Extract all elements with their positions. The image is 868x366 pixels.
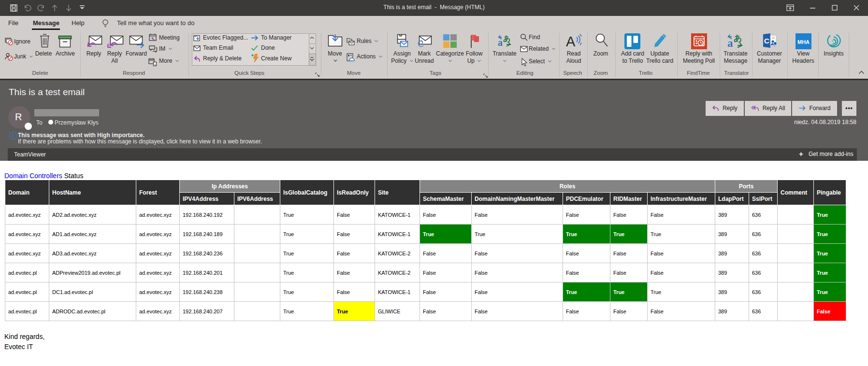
svg-text:MHA: MHA — [797, 39, 810, 45]
svg-text:A: A — [566, 34, 576, 48]
svg-text:あ: あ — [734, 34, 742, 43]
svg-text:a: a — [727, 37, 733, 49]
svg-text:C: C — [764, 37, 769, 45]
svg-text:あ: あ — [503, 34, 510, 43]
svg-text:a: a — [498, 37, 503, 48]
